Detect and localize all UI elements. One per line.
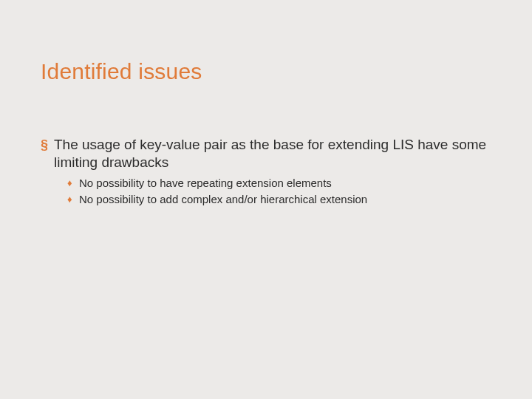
diamond-icon: ♦ [67,176,79,191]
bullet-item: § The usage of key-value pair as the bas… [41,136,488,171]
diamond-icon: ♦ [67,192,79,207]
slide-title: Identified issues [41,59,488,84]
sub-bullet-list: ♦ No possibility to have repeating exten… [41,176,488,207]
sub-bullet-text: No possibility to have repeating extensi… [79,176,332,191]
sub-bullet-item: ♦ No possibility to have repeating exten… [67,176,488,191]
slide: Identified issues § The usage of key-val… [0,0,532,399]
bullet-text: The usage of key-value pair as the base … [54,136,488,171]
section-sign-icon: § [41,136,54,154]
sub-bullet-item: ♦ No possibility to add complex and/or h… [67,192,488,207]
sub-bullet-text: No possibility to add complex and/or hie… [79,192,367,207]
